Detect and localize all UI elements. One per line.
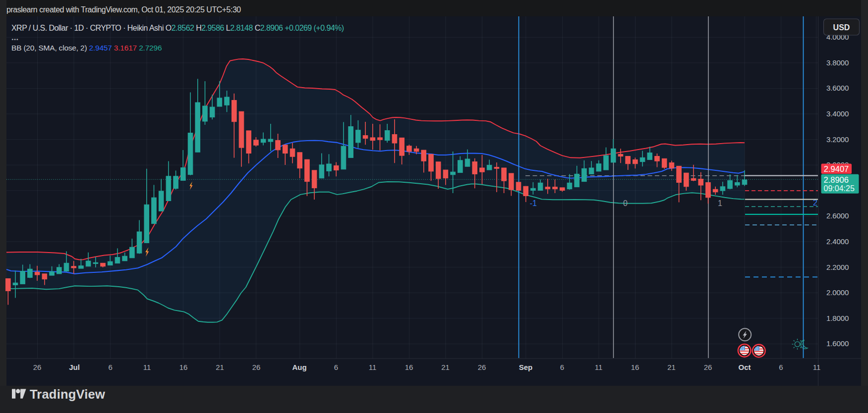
svg-text:-1: -1 — [530, 199, 537, 207]
svg-text:16: 16 — [631, 363, 639, 371]
svg-text:6: 6 — [334, 363, 338, 371]
svg-text:11: 11 — [595, 363, 603, 371]
svg-text:TradingView: TradingView — [30, 387, 105, 401]
svg-text:6: 6 — [779, 363, 783, 371]
svg-text:XRP / U.S. Dollar · 1D · CRYPT: XRP / U.S. Dollar · 1D · CRYPTO · Heikin… — [11, 24, 344, 32]
svg-text:3.6000: 3.6000 — [826, 84, 849, 92]
svg-text:26: 26 — [252, 363, 261, 371]
svg-text:2.6000: 2.6000 — [826, 211, 849, 220]
svg-text:2.0000: 2.0000 — [826, 288, 849, 297]
svg-text:11: 11 — [813, 363, 821, 371]
svg-text:praslearn created with Trading: praslearn created with TradingView.com, … — [6, 5, 241, 14]
svg-text:21: 21 — [216, 363, 224, 371]
svg-text:6: 6 — [560, 363, 564, 371]
svg-text:16: 16 — [179, 363, 188, 371]
svg-text:16: 16 — [405, 363, 413, 371]
svg-text:26: 26 — [704, 363, 712, 371]
svg-text:2.4000: 2.4000 — [826, 237, 849, 246]
svg-text:3.2000: 3.2000 — [826, 135, 849, 144]
svg-text:0: 0 — [623, 199, 628, 207]
svg-text:Aug: Aug — [292, 363, 306, 371]
svg-text:21: 21 — [441, 363, 450, 371]
svg-text:11: 11 — [143, 363, 151, 371]
svg-text:3.8000: 3.8000 — [826, 58, 849, 67]
svg-text:Oct: Oct — [738, 363, 751, 371]
svg-text:11: 11 — [369, 363, 377, 371]
svg-text:21: 21 — [667, 363, 676, 371]
svg-text:3.4000: 3.4000 — [826, 109, 849, 118]
svg-text:2.9407: 2.9407 — [824, 164, 849, 173]
svg-text:...: ... — [11, 33, 18, 42]
svg-text:1.6000: 1.6000 — [826, 339, 849, 348]
svg-text:1.8000: 1.8000 — [826, 314, 849, 322]
svg-text:1: 1 — [718, 199, 722, 207]
svg-text:2.2000: 2.2000 — [826, 263, 849, 271]
svg-text:USD: USD — [833, 23, 850, 32]
svg-text:26: 26 — [33, 363, 42, 371]
svg-text:26: 26 — [478, 363, 486, 371]
svg-text:09:04:25: 09:04:25 — [824, 184, 855, 193]
svg-text:6: 6 — [108, 363, 112, 371]
svg-text:BB (20, SMA, close, 2) 2.9457: BB (20, SMA, close, 2) 2.9457 3.1617 2.7… — [11, 44, 162, 52]
svg-text:Sep: Sep — [519, 363, 533, 371]
svg-text:2.8906: 2.8906 — [824, 175, 849, 184]
svg-text:Jul: Jul — [69, 363, 80, 371]
